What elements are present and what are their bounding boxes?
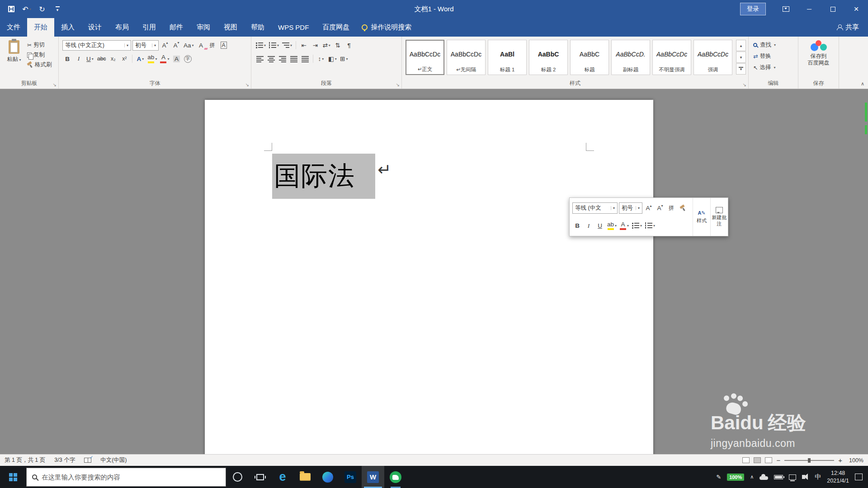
mini-new-comment-button[interactable]: 新建批注	[710, 198, 728, 236]
pen-input-icon[interactable]: ✎	[716, 474, 721, 480]
text-highlight-button[interactable]: ab▾	[146, 53, 158, 64]
tell-me-search[interactable]: 操作说明搜索	[362, 18, 411, 37]
close-button[interactable]: ×	[844, 0, 868, 18]
tab-review[interactable]: 审阅	[190, 18, 217, 37]
maximize-button[interactable]	[821, 0, 844, 18]
tab-wps-pdf[interactable]: WPS PDF	[271, 18, 316, 37]
mini-font-name-combo[interactable]: 等线 (中文	[572, 202, 618, 214]
ribbon-display-options-button[interactable]	[774, 0, 797, 18]
mini-numbering-button[interactable]: ▾	[644, 220, 656, 232]
replace-button[interactable]: ⇄替换	[753, 52, 795, 60]
network-icon[interactable]	[789, 474, 796, 480]
volume-icon[interactable]	[802, 475, 805, 479]
word-taskbar-button[interactable]: W	[362, 466, 384, 488]
style-card-subtitle[interactable]: AaBbCcD.副标题	[611, 40, 650, 75]
find-button[interactable]: 查找▾	[753, 41, 795, 49]
change-case-button[interactable]: Aa▾	[183, 40, 195, 51]
mini-styles-button[interactable]: A✎ 样式	[693, 198, 710, 236]
page-indicator[interactable]: 第 1 页，共 1 页	[5, 456, 45, 464]
style-card-emphasis[interactable]: AaBbCcDc强调	[693, 40, 732, 75]
zoom-out-button[interactable]: −	[776, 456, 780, 464]
enclose-characters-button[interactable]: 字	[183, 53, 193, 64]
clear-formatting-button[interactable]: A	[196, 40, 206, 51]
zoom-in-button[interactable]: +	[838, 456, 842, 464]
line-spacing-button[interactable]: ↕▾	[316, 53, 326, 64]
zoom-level[interactable]: 100%	[846, 457, 863, 464]
mini-highlight-button[interactable]: ab▾	[606, 220, 618, 232]
paragraph-dialog-launcher[interactable]: ↘	[396, 83, 400, 87]
hidden-icons-chevron[interactable]: ∧	[750, 474, 754, 480]
styles-scroll-down-button[interactable]: ▾	[736, 52, 746, 63]
italic-button[interactable]: I	[74, 53, 84, 64]
evernote-button[interactable]	[384, 466, 407, 488]
grow-font-button[interactable]: A▴	[160, 40, 170, 51]
share-button[interactable]: 共享	[837, 18, 868, 37]
cloud-sync-icon[interactable]	[760, 476, 768, 480]
align-center-button[interactable]	[266, 53, 276, 64]
phonetic-guide-button[interactable]: 拼	[208, 40, 217, 51]
battery-widget[interactable]: 100%	[727, 474, 744, 481]
align-right-button[interactable]	[278, 53, 288, 64]
style-card-normal[interactable]: AaBbCcDc↵正文	[406, 40, 444, 75]
borders-button[interactable]: ⊞▾	[339, 53, 349, 64]
style-card-no-spacing[interactable]: AaBbCcDc↵无间隔	[447, 40, 486, 75]
clock[interactable]: 12:482021/4/1	[827, 469, 849, 484]
word-count[interactable]: 3/3 个字	[54, 456, 75, 464]
font-size-combo[interactable]: 初号	[132, 40, 159, 51]
undo-button[interactable]: ↶▾	[19, 0, 34, 18]
styles-scroll-up-button[interactable]: ▴	[736, 40, 746, 51]
style-card-heading1[interactable]: AaBl标题 1	[488, 40, 527, 75]
cut-button[interactable]: ✂剪切	[27, 41, 52, 49]
scrollbar-indicator[interactable]	[865, 103, 867, 138]
font-dialog-launcher[interactable]: ↘	[245, 83, 249, 87]
superscript-button[interactable]: x²	[119, 53, 129, 64]
mini-format-painter-button[interactable]	[678, 202, 688, 214]
zoom-slider-thumb[interactable]	[808, 458, 811, 463]
clipboard-dialog-launcher[interactable]: ↘	[53, 83, 57, 87]
photoshop-button[interactable]: Ps	[339, 466, 362, 488]
mini-italic-button[interactable]: I	[584, 220, 594, 232]
decrease-indent-button[interactable]: ⇤	[299, 40, 309, 51]
font-color-button[interactable]: A▾	[159, 53, 170, 64]
styles-more-button[interactable]: ▾	[736, 63, 746, 75]
tab-baidu-netdisk[interactable]: 百度网盘	[316, 18, 356, 37]
tab-layout[interactable]: 布局	[108, 18, 136, 37]
mini-bullets-button[interactable]: ▾	[631, 220, 643, 232]
tab-home[interactable]: 开始	[27, 18, 54, 37]
shrink-font-button[interactable]: A▾	[171, 40, 181, 51]
start-button[interactable]	[0, 466, 26, 488]
tab-design[interactable]: 设计	[81, 18, 108, 37]
tab-help[interactable]: 帮助	[244, 18, 271, 37]
paste-button[interactable]: 粘贴▾	[3, 40, 25, 69]
language-indicator[interactable]: 中文(中国)	[100, 456, 127, 464]
distribute-button[interactable]	[300, 53, 310, 64]
strikethrough-button[interactable]: abc	[96, 53, 107, 64]
font-name-combo[interactable]: 等线 (中文正文)	[62, 40, 131, 51]
read-mode-button[interactable]	[742, 457, 750, 463]
select-button[interactable]: ↖选择▾	[753, 64, 795, 71]
tab-mailings[interactable]: 邮件	[163, 18, 190, 37]
edge-button[interactable]	[316, 466, 339, 488]
multilevel-list-button[interactable]: ▾	[281, 40, 293, 51]
tab-references[interactable]: 引用	[136, 18, 163, 37]
mini-shrink-font-button[interactable]: A▾	[655, 202, 665, 214]
style-card-heading2[interactable]: AaBbC标题 2	[529, 40, 568, 75]
ime-indicator[interactable]: 中	[815, 473, 821, 481]
document-area[interactable]: 国际法 ↵	[0, 89, 868, 454]
mini-grow-font-button[interactable]: A▴	[644, 202, 654, 214]
zoom-slider[interactable]	[784, 460, 834, 461]
text-effects-button[interactable]: A▾	[135, 53, 145, 64]
character-shading-button[interactable]: A	[171, 53, 181, 64]
format-painter-button[interactable]: 格式刷	[27, 61, 52, 69]
redo-button[interactable]: ↻	[34, 0, 50, 18]
taskbar-search-box[interactable]	[26, 468, 226, 487]
document-page[interactable]: 国际法 ↵	[205, 100, 653, 454]
cortana-button[interactable]	[226, 466, 249, 488]
tab-insert[interactable]: 插入	[54, 18, 81, 37]
customize-quick-access-button[interactable]: ▾	[50, 0, 65, 18]
login-button[interactable]: 登录	[740, 3, 766, 15]
tab-file[interactable]: 文件	[0, 18, 27, 37]
numbering-button[interactable]: ▾	[268, 40, 280, 51]
mini-phonetic-guide-button[interactable]: 拼	[666, 202, 676, 214]
battery-icon[interactable]	[774, 475, 783, 479]
